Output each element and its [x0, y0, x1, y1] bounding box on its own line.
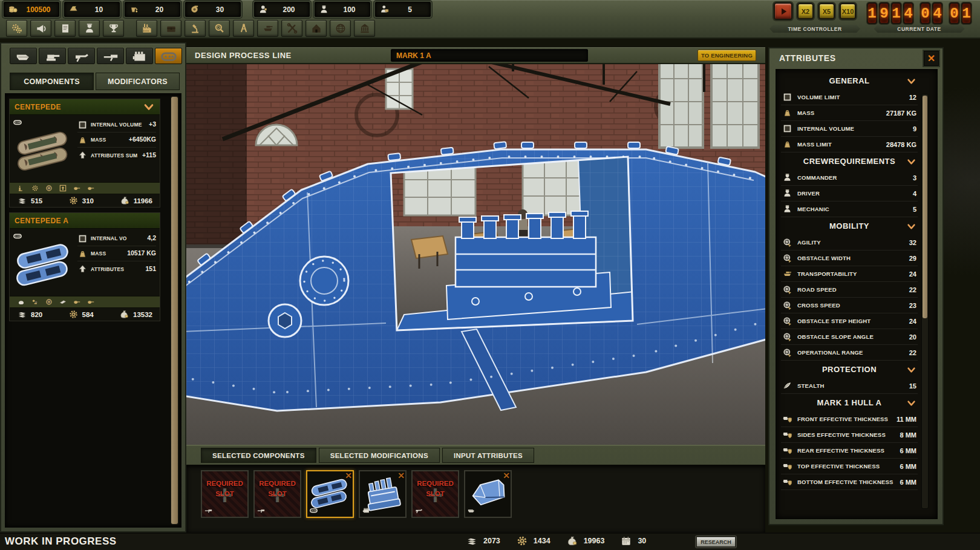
armor-icon [782, 414, 792, 424]
components-panel: COMPONENTSMODIFICATORS CENTEPEDE INTERNA… [0, 42, 186, 532]
tab-selected-components[interactable]: SELECTED COMPONENTS [201, 448, 316, 463]
arrow-up-icon [77, 150, 88, 160]
home-icon [310, 22, 322, 34]
worker-icon [319, 4, 329, 15]
attribute-row: OBSTACLE STEP HEIGHT24 [781, 313, 918, 329]
tab-components[interactable]: COMPONENTS [10, 73, 94, 90]
remove-icon[interactable]: ✕ [397, 471, 405, 480]
chevron-down-icon [906, 221, 916, 232]
speed-x5-button[interactable]: X5 [818, 3, 835, 19]
wheel-icon [782, 347, 792, 358]
menu-inspection-button[interactable] [209, 20, 230, 37]
resource-workers-value: 100 [333, 5, 366, 14]
menu-reports-button[interactable] [54, 20, 76, 37]
attr-section-crewrequirements: CREWREQUIREMENTS [781, 152, 918, 170]
resource-managers: 5 [375, 2, 431, 17]
menu-world-map-button[interactable] [330, 20, 351, 37]
chevron-down-icon[interactable] [906, 76, 916, 87]
current-date-label: CURRENT DATE [874, 25, 965, 33]
date-digit: 1 [961, 2, 972, 24]
card-header: CENTEPEDE A [10, 213, 160, 229]
tracks-blue-image [15, 240, 74, 290]
card-stat-row: MASS10517 KG [77, 246, 156, 261]
chevron-down-icon[interactable] [906, 398, 916, 408]
research-button[interactable]: RESEARCH [696, 536, 736, 548]
attr-section-mark-1-hull-a: MARK 1 HULL A [781, 394, 918, 411]
category-turret-button[interactable] [39, 48, 66, 64]
slot-hull[interactable]: ✕ [464, 470, 512, 518]
play-icon [778, 6, 789, 17]
speed-x2-button[interactable]: X2 [797, 3, 814, 19]
menu-factory-button[interactable] [136, 20, 157, 37]
date-digit: 1 [867, 2, 877, 24]
magnifier-icon [214, 22, 226, 34]
chevron-down-icon[interactable] [906, 221, 916, 232]
menu-staff-button[interactable] [79, 20, 100, 37]
menu-bank-button[interactable] [354, 20, 375, 37]
card-stat-row: INTERNAL VO4,2 [77, 231, 156, 246]
category-hull-button[interactable] [10, 48, 37, 64]
chevron-down-icon[interactable] [906, 365, 916, 375]
speed-x10-button[interactable]: X10 [840, 3, 856, 19]
menu-tank-park-button[interactable] [257, 20, 278, 37]
menu-headquarters-button[interactable] [305, 20, 327, 37]
attribute-row: TOP EFFECTIVE THICKNESS6 MM [781, 459, 918, 474]
attributes-panel: ATTRIBUTES ✕ GENERAL VOLUME LIMIT12 MASS… [768, 47, 944, 525]
required-slot[interactable]: + REQUIREDSLOT [411, 470, 459, 518]
category-engine-button[interactable] [126, 48, 153, 64]
menu-workshop-button[interactable] [281, 20, 302, 37]
slot-engine[interactable]: ✕ [359, 470, 407, 518]
cost-money-bag: 11966 [120, 195, 152, 206]
card-body: INTERNAL VO4,2MASS10517 KGATTRIBUTES151 [10, 229, 160, 296]
play-button[interactable] [774, 2, 792, 20]
date-digit: 4 [903, 2, 913, 24]
arrow-box-icon [59, 184, 67, 192]
volume-icon [782, 92, 792, 102]
required-slot[interactable]: + REQUIREDSLOT [253, 470, 301, 518]
remove-icon[interactable]: ✕ [345, 471, 352, 480]
scrollbar-thumb[interactable] [171, 97, 178, 524]
menu-achievements-button[interactable] [103, 20, 124, 37]
stealth-icon [782, 381, 792, 391]
tab-input-attributes[interactable]: INPUT ATTRIBUTES [442, 448, 534, 463]
scrollbar-thumb[interactable] [923, 96, 927, 318]
tracks-camo-image [15, 126, 74, 177]
tab-selected-modifications[interactable]: SELECTED MODIFICATIONS [319, 448, 440, 463]
close-icon[interactable]: ✕ [924, 51, 939, 66]
cost-days: 30 [620, 535, 646, 547]
chevron-down-icon [906, 365, 916, 375]
attr-section-protection: PROTECTION [781, 361, 918, 378]
menu-laboratory-button[interactable] [185, 20, 206, 37]
category-cannon-button[interactable] [97, 48, 124, 64]
date-group-2: 01 [949, 2, 972, 24]
category-tracks-button[interactable] [155, 48, 182, 64]
category-machine-gun-button[interactable] [68, 48, 95, 64]
menu-warehouse-button[interactable] [160, 20, 181, 37]
gear-gold-icon [68, 195, 79, 206]
slot-tracks[interactable]: ✕ [306, 470, 354, 518]
chevron-down-icon[interactable] [906, 157, 916, 167]
menu-design-bureau-button[interactable] [233, 20, 254, 37]
remove-icon[interactable]: ✕ [503, 471, 510, 480]
resource-steel-value: 10 [82, 5, 116, 14]
to-engineering-button[interactable]: TO ENGINEERING [697, 50, 756, 61]
armor-icon [782, 445, 792, 456]
menu-settings-button[interactable] [6, 20, 27, 37]
vehicle-name-input[interactable] [391, 49, 588, 62]
card-body: INTERNAL VOLUME+3MASS+6450KGATTRIBUTES S… [10, 115, 160, 182]
attribute-row: BOTTOM EFFECTIVE THICKNESS6 MM [781, 474, 918, 490]
design-viewport[interactable]: DESIGN PROCESS LINE TO ENGINEERING [186, 47, 765, 445]
attributes-scrollbar[interactable] [921, 94, 929, 509]
stone-icon [17, 298, 25, 306]
cost-steel-stack: 820 [17, 309, 42, 319]
chevron-down-icon[interactable] [143, 101, 155, 113]
component-list-scrollbar[interactable] [171, 96, 178, 525]
required-slot-label: REQUIREDSLOT [202, 479, 247, 500]
menu-announcements-button[interactable] [30, 20, 51, 37]
wheel-icon [782, 237, 792, 247]
required-slot[interactable]: + REQUIREDSLOT [201, 470, 249, 518]
resource-fuel-value: 20 [143, 5, 176, 14]
component-card-centepede[interactable]: CENTEPEDE INTERNAL VOLUME+3MASS+6450KGAT… [9, 99, 160, 208]
component-card-centepede-a[interactable]: CENTEPEDE A INTERNAL VO4,2MASS10517 KGAT… [9, 212, 160, 321]
tab-modificators[interactable]: MODIFICATORS [96, 73, 180, 90]
